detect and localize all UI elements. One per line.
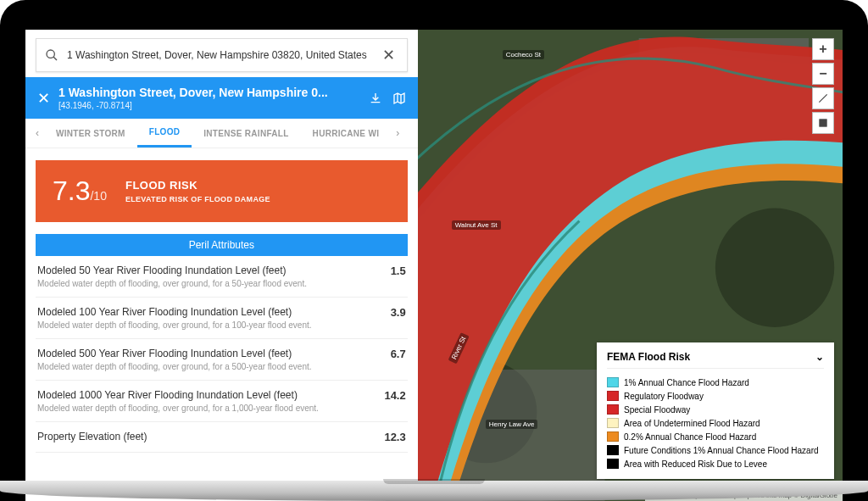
attribute-row: Property Elevation (feet) 12.3 — [36, 422, 408, 453]
svg-point-4 — [715, 209, 834, 327]
attr-label: Modeled 1000 Year River Flooding Inundat… — [37, 389, 372, 401]
address-title: 1 Washington Street, Dover, New Hampshir… — [58, 86, 360, 99]
legend-label: Area of Undetermined Flood Hazard — [624, 419, 760, 428]
measure-button[interactable] — [812, 87, 834, 109]
legend-swatch — [607, 377, 619, 387]
legend-swatch — [607, 418, 619, 428]
attr-desc: Modeled water depth of flooding, over gr… — [37, 320, 379, 330]
clear-search-button[interactable]: ✕ — [379, 46, 398, 64]
attr-label: Modeled 50 Year River Flooding Inundatio… — [37, 264, 379, 276]
attr-desc: Modeled water depth of flooding, over gr… — [37, 279, 379, 288]
legend-item: Regulatory Floodway — [607, 389, 824, 403]
attr-value: 14.2 — [384, 389, 405, 402]
attr-value: 12.3 — [384, 431, 405, 443]
tabs-prev-button[interactable]: ‹ — [31, 122, 44, 144]
svg-point-0 — [47, 50, 54, 58]
attr-label: Modeled 500 Year River Flooding Inundati… — [37, 348, 379, 359]
legend-item: 0.2% Annual Chance Flood Hazard — [607, 430, 824, 443]
legend-item: Area of Undetermined Flood Hazard — [607, 416, 824, 430]
legend-swatch — [607, 391, 619, 401]
road-label: Henry Law Ave — [486, 420, 538, 429]
tab-hurricane[interactable]: HURRICANE WI — [301, 120, 392, 147]
attributes-list[interactable]: Modeled 50 Year River Flooding Inundatio… — [25, 256, 418, 501]
legend-swatch — [607, 445, 619, 455]
legend-label: Special Floodway — [624, 405, 690, 415]
road-label: Cocheco St — [503, 50, 544, 59]
legend-label: Future Conditions 1% Annual Chance Flood… — [624, 446, 819, 455]
tab-flood[interactable]: FLOOD — [137, 119, 192, 148]
risk-score-max: /10 — [90, 189, 106, 203]
search-icon — [45, 48, 58, 62]
attribute-row: Modeled 500 Year River Flooding Inundati… — [36, 339, 408, 381]
legend-title-row[interactable]: FEMA Flood Risk ⌄ — [607, 351, 824, 369]
chevron-down-icon: ⌄ — [815, 351, 824, 363]
legend-swatch — [607, 404, 619, 415]
attr-desc: Modeled water depth of flooding, over gr… — [37, 404, 372, 413]
legend-item: Special Floodway — [607, 403, 824, 416]
legend-label: Area with Reduced Risk Due to Levee — [624, 459, 767, 469]
info-panel: ✕ ✕ 1 Washington Street, Dover, New Hamp… — [25, 30, 418, 501]
risk-score-card: 7.3/10 FLOOD RISK ELEVATED RISK OF FLOOD… — [36, 160, 408, 222]
map-controls: + − — [812, 38, 834, 134]
map-icon[interactable] — [392, 92, 406, 105]
search-input[interactable] — [67, 49, 379, 61]
attr-value: 1.5 — [391, 264, 406, 277]
legend-item: Future Conditions 1% Annual Chance Flood… — [607, 443, 824, 457]
legend-label: 0.2% Annual Chance Flood Hazard — [624, 432, 756, 442]
legend-swatch — [607, 459, 619, 469]
legend-label: 1% Annual Chance Flood Hazard — [624, 378, 749, 387]
svg-line-1 — [53, 57, 57, 60]
risk-title: FLOOD RISK — [125, 179, 270, 192]
risk-score-value: 7.3 — [53, 175, 90, 206]
tab-winter-storm[interactable]: WINTER STORM — [44, 120, 137, 147]
attr-value: 3.9 — [391, 306, 406, 319]
peril-attributes-header[interactable]: Peril Attributes — [36, 234, 408, 256]
attribute-row: Modeled 50 Year River Flooding Inundatio… — [36, 256, 408, 298]
map-legend: FEMA Flood Risk ⌄ 1% Annual Chance Flood… — [597, 342, 834, 479]
attr-label: Modeled 100 Year River Flooding Inundati… — [37, 306, 379, 318]
app-screen: ✕ ✕ 1 Washington Street, Dover, New Hamp… — [25, 30, 843, 501]
tab-intense-rainfall[interactable]: INTENSE RAINFALL — [192, 120, 300, 147]
attr-label: Property Elevation (feet) — [37, 431, 372, 443]
legend-title: FEMA Flood Risk — [607, 351, 690, 363]
address-coordinates: [43.1946, -70.8714] — [58, 101, 360, 110]
road-label: Walnut Ave St — [452, 220, 501, 230]
svg-rect-10 — [820, 120, 826, 126]
tabs-next-button[interactable]: › — [391, 122, 404, 144]
risk-subtitle: ELEVATED RISK OF FLOOD DAMAGE — [125, 195, 270, 203]
attr-desc: Modeled water depth of flooding, over gr… — [37, 362, 379, 371]
zoom-out-button[interactable]: − — [812, 63, 834, 85]
risk-score: 7.3/10 — [53, 175, 107, 207]
laptop-notch — [383, 479, 485, 484]
legend-swatch — [607, 431, 619, 442]
legend-item: 1% Annual Chance Flood Hazard — [607, 376, 824, 389]
svg-line-9 — [819, 94, 826, 102]
download-icon[interactable] — [369, 92, 382, 105]
attribute-row: Modeled 100 Year River Flooding Inundati… — [36, 298, 408, 339]
layers-button[interactable] — [812, 112, 834, 134]
search-bar[interactable]: ✕ — [36, 38, 408, 72]
address-header: ✕ 1 Washington Street, Dover, New Hampsh… — [25, 77, 418, 119]
legend-item: Area with Reduced Risk Due to Levee — [607, 457, 824, 470]
zoom-in-button[interactable]: + — [812, 38, 834, 60]
attribute-row: Modeled 1000 Year River Flooding Inundat… — [36, 381, 408, 422]
attr-value: 6.7 — [391, 348, 406, 360]
legend-label: Regulatory Floodway — [624, 392, 704, 401]
hazard-tabs: ‹ WINTER STORM FLOOD INTENSE RAINFALL HU… — [25, 119, 418, 148]
map-view[interactable]: Cocheco St Walnut Ave St River St Henry … — [418, 30, 843, 501]
close-address-button[interactable]: ✕ — [37, 89, 50, 108]
